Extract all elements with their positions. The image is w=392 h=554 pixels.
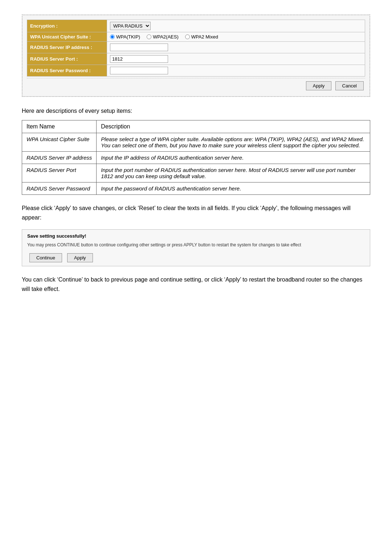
wpa-cipher-row: WPA Unicast Cipher Suite : WPA(TKIP) WPA… <box>27 32 365 42</box>
radius-port-value-cell <box>107 53 365 65</box>
table-row: RADIUS Server IP addressInput the IP add… <box>22 152 370 164</box>
description-cell: Input the port number of RADIUS authenti… <box>97 164 370 182</box>
success-buttons: Continue Apply <box>27 253 365 262</box>
item-name-cell: RADIUS Server Password <box>22 182 97 195</box>
radius-port-row: RADIUS Server Port : <box>27 53 365 65</box>
description-cell: Please select a type of WPA cipher suite… <box>97 133 370 152</box>
radio-group: WPA(TKIP) WPA2(AES) WPA2 Mixed <box>110 34 362 40</box>
apply-button[interactable]: Apply <box>306 81 332 90</box>
description-cell: Input the password of RADIUS authenticat… <box>97 182 370 195</box>
desc-table-header: Item Name Description <box>22 120 370 133</box>
wpa2-aes-option[interactable]: WPA2(AES) <box>147 34 179 40</box>
radius-password-label: RADIUS Server Password : <box>27 65 107 77</box>
encryption-value-cell: WPA RADIUSWPAWPA2WEP <box>107 20 365 32</box>
success-box: Save setting successfully! You may press… <box>22 229 370 266</box>
wpa2-mixed-label: WPA2 Mixed <box>191 34 218 40</box>
final-paragraph: You can click ‘Continue’ to back to prev… <box>22 275 370 294</box>
success-message: You may press CONTINUE button to continu… <box>27 242 365 248</box>
item-name-cell: RADIUS Server Port <box>22 164 97 182</box>
radius-password-value-cell <box>107 65 365 77</box>
description-intro: Here are descriptions of every setup ite… <box>22 108 370 114</box>
wpa-tkip-label: WPA(TKIP) <box>116 34 140 40</box>
success-title: Save setting successfully! <box>27 233 365 239</box>
description-table: Item Name Description WPA Unicast Cipher… <box>22 120 370 195</box>
col-description: Description <box>97 120 370 133</box>
radius-password-row: RADIUS Server Password : <box>27 65 365 77</box>
table-row: RADIUS Server PasswordInput the password… <box>22 182 370 195</box>
wpa-tkip-radio[interactable] <box>110 34 115 39</box>
config-table: Encryption : WPA RADIUSWPAWPA2WEP WPA Un… <box>27 20 365 77</box>
encryption-select[interactable]: WPA RADIUSWPAWPA2WEP <box>110 22 151 30</box>
radius-ip-label: RADIUS Server IP address : <box>27 42 107 53</box>
wpa2-aes-label: WPA2(AES) <box>153 34 179 40</box>
radius-ip-row: RADIUS Server IP address : <box>27 42 365 53</box>
config-panel: Encryption : WPA RADIUSWPAWPA2WEP WPA Un… <box>22 15 370 97</box>
wpa2-mixed-radio[interactable] <box>185 34 190 39</box>
success-apply-button[interactable]: Apply <box>67 253 93 262</box>
cancel-button[interactable]: Cancel <box>335 81 364 90</box>
item-name-cell: WPA Unicast Cipher Suite <box>22 133 97 152</box>
paragraph-1: Please click ‘Apply’ to save changes, or… <box>22 204 370 222</box>
table-row: RADIUS Server PortInput the port number … <box>22 164 370 182</box>
form-button-row: Apply Cancel <box>27 78 365 92</box>
radius-password-input[interactable] <box>110 67 168 74</box>
wpa-cipher-options: WPA(TKIP) WPA2(AES) WPA2 Mixed <box>107 32 365 42</box>
radius-port-label: RADIUS Server Port : <box>27 53 107 65</box>
wpa-cipher-label: WPA Unicast Cipher Suite : <box>27 32 107 42</box>
radius-ip-value-cell <box>107 42 365 53</box>
radius-port-input[interactable] <box>110 55 168 63</box>
encryption-row: Encryption : WPA RADIUSWPAWPA2WEP <box>27 20 365 32</box>
item-name-cell: RADIUS Server IP address <box>22 152 97 164</box>
col-item-name: Item Name <box>22 120 97 133</box>
wpa-tkip-option[interactable]: WPA(TKIP) <box>110 34 140 40</box>
encryption-label: Encryption : <box>27 20 107 32</box>
wpa2-aes-radio[interactable] <box>147 34 151 39</box>
radius-ip-input[interactable] <box>110 44 168 51</box>
continue-button[interactable]: Continue <box>29 253 62 262</box>
table-row: WPA Unicast Cipher SuitePlease select a … <box>22 133 370 152</box>
description-cell: Input the IP address of RADIUS authentic… <box>97 152 370 164</box>
wpa2-mixed-option[interactable]: WPA2 Mixed <box>185 34 218 40</box>
